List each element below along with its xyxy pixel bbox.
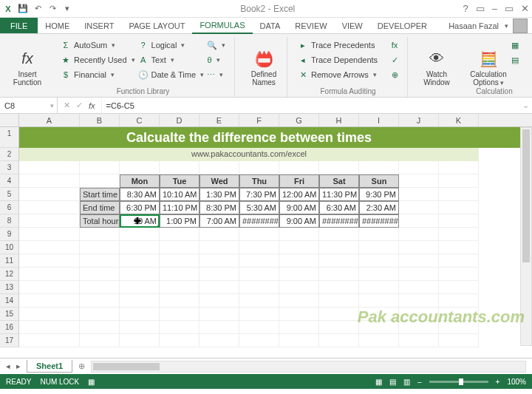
horizontal-scrollbar[interactable] (91, 361, 526, 373)
cell[interactable] (19, 174, 80, 188)
cell[interactable] (80, 294, 120, 308)
cell[interactable] (160, 281, 200, 294)
cell[interactable] (359, 281, 399, 294)
row-label[interactable]: Start time (80, 188, 120, 201)
cell[interactable] (239, 241, 279, 254)
cell[interactable] (160, 268, 200, 281)
cell[interactable] (200, 281, 239, 294)
tab-view[interactable]: VIEW (335, 18, 370, 33)
tab-nav-prev[interactable]: ◂ (6, 361, 10, 371)
data-cell[interactable]: 9:30 PM (359, 188, 399, 201)
name-box[interactable]: C8 (0, 98, 58, 113)
cell[interactable] (19, 321, 80, 334)
cell[interactable] (319, 334, 359, 347)
cell[interactable] (160, 241, 200, 254)
zoom-level[interactable]: 100% (507, 378, 526, 386)
selected-cell[interactable]: 10 AM (120, 214, 160, 228)
cell[interactable] (319, 321, 359, 334)
tab-formulas[interactable]: FORMULAS (192, 18, 252, 34)
data-cell[interactable]: 6:30 AM (319, 201, 359, 214)
worksheet[interactable]: ABCDEFGHIJK 1Calcualte the difference be… (0, 114, 532, 358)
cell[interactable] (19, 281, 80, 294)
cancel-icon[interactable]: ✕ (64, 101, 70, 110)
cell[interactable] (239, 321, 279, 334)
col-header-D[interactable]: D (160, 114, 200, 126)
undo-icon[interactable]: ↶ (33, 4, 43, 14)
tab-nav-next[interactable]: ▸ (16, 361, 21, 371)
sheet-tab-active[interactable]: Sheet1 (27, 360, 72, 373)
save-icon[interactable]: 💾 (18, 4, 28, 14)
view-normal-icon[interactable]: ▦ (375, 378, 382, 386)
cell[interactable] (439, 281, 479, 294)
data-cell[interactable]: 1:00 PM (160, 214, 200, 228)
trace-precedents-button[interactable]: ▸Trace Precedents (298, 38, 386, 52)
cell[interactable] (399, 188, 439, 201)
cell[interactable] (279, 241, 319, 254)
cell[interactable] (439, 268, 479, 281)
cell[interactable] (439, 294, 479, 308)
cell[interactable] (439, 161, 479, 174)
cell[interactable] (319, 268, 359, 281)
day-header[interactable]: Sat (319, 174, 359, 188)
cell[interactable] (200, 241, 239, 254)
row-header-5[interactable]: 5 (0, 188, 19, 201)
cell[interactable] (120, 268, 160, 281)
cell[interactable] (359, 161, 399, 174)
tab-home[interactable]: HOME (38, 18, 77, 33)
more-functions-button[interactable]: ⋯▾ (207, 68, 220, 81)
data-cell[interactable]: 8:30 AM (120, 188, 160, 201)
cell[interactable] (439, 214, 479, 228)
data-cell[interactable]: 5:30 AM (239, 201, 279, 214)
row-header-12[interactable]: 12 (0, 268, 19, 281)
zoom-in-icon[interactable]: + (496, 378, 500, 386)
formula-input[interactable]: =C6-C5 (102, 98, 519, 113)
cell[interactable] (120, 241, 160, 254)
insert-function-button[interactable]: fx Insert Function (9, 37, 46, 97)
col-header-I[interactable]: I (359, 114, 399, 126)
cell[interactable] (399, 241, 439, 254)
enter-icon[interactable]: ✓ (76, 101, 83, 110)
col-header-F[interactable]: F (239, 114, 279, 126)
cell[interactable] (80, 334, 120, 347)
calc-now-button[interactable]: ▦ (510, 38, 523, 52)
col-header-C[interactable]: C (120, 114, 160, 126)
col-header-J[interactable]: J (399, 114, 439, 126)
day-header[interactable]: Wed (200, 174, 239, 188)
cell[interactable] (80, 228, 120, 241)
cell[interactable] (359, 228, 399, 241)
data-cell[interactable]: 11:10 PM (160, 201, 200, 214)
col-header-B[interactable]: B (80, 114, 120, 126)
row-header-16[interactable]: 16 (0, 321, 19, 334)
minimize-icon[interactable]: – (492, 3, 497, 14)
avatar[interactable] (513, 18, 528, 33)
cell[interactable] (80, 268, 120, 281)
text-button[interactable]: AText▾ (138, 53, 205, 67)
cell[interactable] (319, 308, 359, 321)
cell[interactable] (279, 294, 319, 308)
cell[interactable] (279, 161, 319, 174)
row-header-2[interactable]: 2 (0, 148, 19, 161)
cell[interactable] (239, 228, 279, 241)
cell[interactable] (120, 334, 160, 347)
cell[interactable] (439, 228, 479, 241)
cell[interactable] (399, 214, 439, 228)
cell[interactable] (399, 228, 439, 241)
cell[interactable] (359, 268, 399, 281)
cell[interactable] (80, 308, 120, 321)
cell[interactable] (80, 254, 120, 268)
cell[interactable] (319, 254, 359, 268)
data-cell[interactable]: 2:30 AM (359, 201, 399, 214)
cell[interactable] (319, 294, 359, 308)
cell[interactable] (359, 241, 399, 254)
cell[interactable] (160, 294, 200, 308)
trace-dependents-button[interactable]: ◂Trace Dependents (298, 53, 386, 67)
row-header-6[interactable]: 6 (0, 201, 19, 214)
cell[interactable] (399, 281, 439, 294)
view-page-break-icon[interactable]: ▥ (403, 378, 410, 386)
col-header-E[interactable]: E (200, 114, 239, 126)
cell[interactable] (239, 161, 279, 174)
cell[interactable] (439, 241, 479, 254)
cell[interactable] (239, 254, 279, 268)
logical-button[interactable]: ?Logical▾ (138, 38, 205, 52)
cell[interactable] (359, 254, 399, 268)
